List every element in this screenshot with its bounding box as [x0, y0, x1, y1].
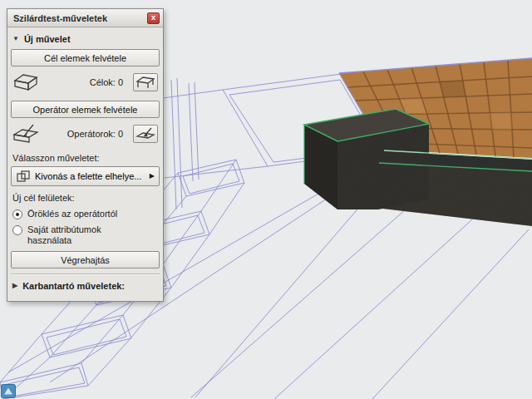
- operation-dropdown[interactable]: Kivonás a felette elhelye... ▶: [11, 166, 160, 186]
- operation-dropdown-value: Kivonás a felette elhelye...: [35, 171, 145, 181]
- section-new-operation-label: Új művelet: [24, 34, 71, 44]
- subtraction-operation-icon: [16, 170, 31, 183]
- new-surfaces-label: Új cél felületek:: [11, 192, 160, 206]
- operators-count: Operátorok:0: [41, 129, 133, 139]
- pick-target-button[interactable]: [133, 73, 158, 91]
- table-icon: [135, 75, 155, 90]
- operators-row: Operátorok:0: [11, 123, 160, 145]
- application-window: Szilárdtest-műveletek x ▼ Új művelet Cél…: [0, 0, 532, 399]
- add-target-elements-button[interactable]: Cél elemek felvétele: [11, 49, 160, 66]
- section-new-operation[interactable]: ▼ Új művelet: [11, 31, 160, 49]
- section-divider: [11, 273, 160, 275]
- add-operator-elements-button[interactable]: Operátor elemek felvétele: [11, 101, 160, 118]
- targets-count-label: Célok:: [90, 77, 116, 87]
- pick-operator-button[interactable]: [133, 125, 158, 143]
- radio-custom-label: Saját attribútumok használata: [27, 224, 127, 246]
- palette-title: Szilárdtest-műveletek: [13, 13, 147, 23]
- submenu-arrow-icon: ▶: [150, 173, 155, 180]
- viewport-corner-icon[interactable]: [1, 384, 16, 398]
- choose-operation-label: Válasszon műveletet:: [11, 152, 160, 166]
- section-maintenance[interactable]: ▶ Karbantartó műveletek:: [11, 278, 160, 296]
- radio-inherit-label: Öröklés az operátortól: [27, 209, 117, 219]
- radio-inherit-from-operator[interactable]: Öröklés az operátortól: [12, 209, 158, 219]
- close-button[interactable]: x: [147, 12, 160, 24]
- targets-row: Célok:0: [11, 71, 160, 93]
- solid-operations-palette: Szilárdtest-műveletek x ▼ Új művelet Cél…: [7, 8, 164, 302]
- operators-count-value: 0: [118, 129, 123, 139]
- operator-elements-icon: [11, 123, 41, 145]
- radio-selected-icon: [12, 209, 22, 219]
- operators-count-label: Operátorok:: [67, 129, 116, 139]
- targets-count: Célok:0: [41, 77, 133, 87]
- palette-body: ▼ Új művelet Cél elemek felvétele Célok:…: [7, 27, 163, 301]
- corner-nav-icon: [1, 384, 16, 398]
- radio-custom-attributes[interactable]: Saját attribútumok használata: [12, 224, 158, 246]
- targets-count-value: 0: [118, 77, 123, 87]
- surface-pen-icon: [135, 126, 155, 141]
- execute-button[interactable]: Végrehajtás: [11, 251, 160, 268]
- chevron-right-icon: ▶: [12, 283, 17, 289]
- chevron-down-icon: ▼: [12, 36, 19, 42]
- target-elements-icon: [11, 71, 41, 93]
- palette-titlebar[interactable]: Szilárdtest-műveletek x: [7, 9, 163, 27]
- section-maintenance-label: Karbantartó műveletek:: [22, 281, 125, 291]
- radio-unselected-icon: [12, 225, 22, 235]
